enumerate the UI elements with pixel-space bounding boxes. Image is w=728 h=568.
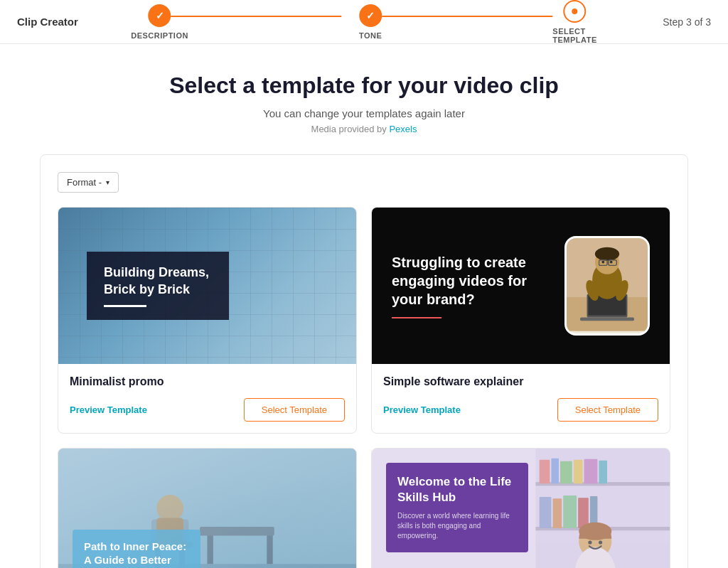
check-icon: ✓ xyxy=(156,10,164,21)
step-tone-label: TONE xyxy=(359,31,382,40)
preview-template-link-minimalist[interactable]: Preview Template xyxy=(70,404,147,415)
page-title: Select a template for your video clip xyxy=(40,73,688,99)
svg-point-47 xyxy=(588,540,592,544)
template-actions-minimalist: Preview Template Select Template xyxy=(70,398,345,422)
thumbnail-software: Struggling to create engaging videos for… xyxy=(372,208,670,364)
skills-desc-text: Discover a world where learning life ski… xyxy=(397,511,517,541)
step-select-template: SELECT TEMPLATE xyxy=(552,0,596,44)
software-title-text: Struggling to create engaging videos for… xyxy=(392,253,550,309)
template-actions-software: Preview Template Select Template xyxy=(383,398,658,422)
mental-text-box: Path to Inner Peace: A Guide to Better M… xyxy=(73,530,200,569)
page-subtitle: You can change your templates again late… xyxy=(40,107,688,119)
template-name-minimalist: Minimalist promo xyxy=(70,375,345,388)
minimalist-title-box: Building Dreams, Brick by Brick xyxy=(87,252,229,320)
app-title: Clip Creator xyxy=(17,16,78,28)
svg-point-48 xyxy=(599,540,602,544)
step-description-label: DESCRIPTION xyxy=(131,31,188,40)
template-grid: Building Dreams, Brick by Brick Minimali… xyxy=(58,207,670,568)
title-underline xyxy=(104,305,146,307)
svg-rect-18 xyxy=(267,534,272,564)
select-template-button-software[interactable]: Select Template xyxy=(557,398,658,422)
media-credit: Media provided by Pexels xyxy=(40,124,688,134)
template-card-footer-minimalist: Minimalist promo Preview Template Select… xyxy=(58,364,356,433)
active-dot xyxy=(572,9,578,14)
format-button-label: Format - xyxy=(67,177,102,188)
skills-purple-box: Welcome to the Life Skills Hub Discover … xyxy=(386,463,528,552)
step-tone: ✓ TONE xyxy=(359,4,382,40)
svg-rect-19 xyxy=(200,527,274,536)
person-frame xyxy=(564,236,650,336)
step-select-template-circle xyxy=(564,0,587,23)
svg-rect-35 xyxy=(560,461,572,483)
template-name-software: Simple software explainer xyxy=(383,375,658,388)
media-credit-text: Media provided by xyxy=(311,124,390,134)
step-description-circle: ✓ xyxy=(149,4,171,27)
step-tone-circle: ✓ xyxy=(359,4,382,27)
chevron-down-icon: ▾ xyxy=(106,178,109,186)
svg-point-7 xyxy=(595,247,619,261)
template-container: Format - ▾ Building Dreams, Brick by Bri… xyxy=(40,154,688,568)
software-text-area: Struggling to create engaging videos for… xyxy=(392,253,550,318)
software-underline xyxy=(392,317,441,318)
template-card-minimalist: Building Dreams, Brick by Brick Minimali… xyxy=(58,207,357,434)
check-icon-2: ✓ xyxy=(366,10,375,21)
preview-template-link-software[interactable]: Preview Template xyxy=(383,404,461,415)
svg-rect-41 xyxy=(563,495,577,528)
svg-rect-36 xyxy=(574,460,583,484)
skills-title-text: Welcome to the Life Skills Hub xyxy=(397,474,517,505)
person-svg xyxy=(567,236,648,333)
select-template-button-minimalist[interactable]: Select Template xyxy=(244,398,345,422)
top-nav: Clip Creator ✓ DESCRIPTION ✓ TONE SELECT… xyxy=(0,0,728,44)
svg-rect-39 xyxy=(540,497,552,528)
template-card-software: Struggling to create engaging videos for… xyxy=(371,207,670,434)
template-card-skills: Welcome to the Life Skills Hub Discover … xyxy=(371,448,670,568)
step-select-template-label: SELECT TEMPLATE xyxy=(552,27,596,44)
thumbnail-mental: Path to Inner Peace: A Guide to Better M… xyxy=(58,449,356,568)
step-description: ✓ DESCRIPTION xyxy=(131,4,188,40)
page-content: Select a template for your video clip Yo… xyxy=(23,44,705,568)
pexels-link[interactable]: Pexels xyxy=(389,124,417,134)
svg-point-24 xyxy=(156,495,183,522)
format-button[interactable]: Format - ▾ xyxy=(58,172,119,193)
svg-rect-38 xyxy=(599,461,607,483)
svg-rect-40 xyxy=(553,498,562,528)
template-card-mental: Path to Inner Peace: A Guide to Better M… xyxy=(58,448,357,568)
thumbnail-skills: Welcome to the Life Skills Hub Discover … xyxy=(372,449,670,568)
svg-rect-4 xyxy=(580,318,634,321)
minimalist-title-text: Building Dreams, Brick by Brick xyxy=(104,265,209,296)
mental-text: Path to Inner Peace: A Guide to Better M… xyxy=(84,540,189,569)
svg-rect-34 xyxy=(551,459,558,484)
template-card-footer-software: Simple software explainer Preview Templa… xyxy=(372,364,670,433)
stepper: ✓ DESCRIPTION ✓ TONE SELECT TEMPLATE xyxy=(131,0,597,44)
svg-rect-37 xyxy=(584,459,598,484)
svg-point-8 xyxy=(601,261,604,264)
step-counter: Step 3 of 3 xyxy=(663,16,711,28)
thumbnail-minimalist: Building Dreams, Brick by Brick xyxy=(58,208,356,364)
svg-rect-17 xyxy=(208,534,213,564)
svg-point-9 xyxy=(610,261,613,264)
svg-rect-33 xyxy=(540,460,550,484)
